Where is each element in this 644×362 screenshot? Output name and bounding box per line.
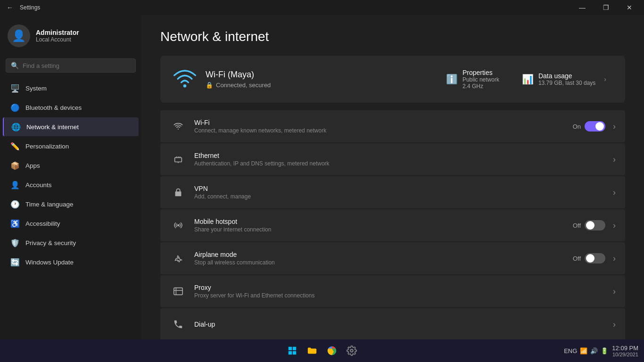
sidebar-item-bluetooth[interactable]: 🔵 Bluetooth & devices — [3, 98, 139, 117]
search-input[interactable] — [23, 62, 131, 69]
personalization-nav-label: Personalization — [25, 143, 69, 150]
sidebar-item-accessibility[interactable]: ♿ Accessibility — [3, 214, 139, 233]
airplane-toggle[interactable] — [585, 253, 605, 263]
data-usage-icon: 📊 — [522, 74, 534, 85]
wifi-toggle-label: On — [573, 123, 581, 130]
airplane-row-text: Airplane mode Stop all wireless communic… — [194, 251, 565, 266]
sidebar-item-personalization[interactable]: ✏️ Personalization — [3, 137, 139, 156]
system-nav-label: System — [25, 85, 47, 92]
user-profile[interactable]: 👤 Administrator Local Account — [0, 15, 141, 57]
sidebar-item-accounts[interactable]: 👤 Accounts — [3, 175, 139, 194]
sidebar-item-time[interactable]: 🕐 Time & language — [3, 195, 139, 214]
wifi-toggle[interactable] — [585, 121, 605, 132]
privacy-nav-icon: 🛡️ — [10, 238, 20, 247]
network-nav-label: Network & internet — [26, 123, 79, 131]
settings-row-wifi[interactable]: Wi-Fi Connect, manage known networks, me… — [160, 110, 625, 142]
data-usage-section[interactable]: 📊 Data usage 13.79 GB, last 30 days › — [514, 68, 614, 90]
network-nav-icon: 🌐 — [11, 122, 21, 132]
wifi-large-icon — [172, 68, 198, 90]
taskbar: ENG 📶 🔊 🔋 12:09 PM 10/29/2021 — [0, 339, 644, 362]
accessibility-nav-label: Accessibility — [25, 220, 60, 227]
user-role: Local Account — [36, 36, 79, 43]
data-usage-info: Data usage 13.79 GB, last 30 days — [538, 72, 595, 86]
svg-rect-5 — [289, 347, 292, 350]
proxy-row-title: Proxy — [194, 284, 602, 291]
hotspot-row-title: Mobile hotspot — [194, 218, 565, 225]
properties-label: Properties — [462, 69, 499, 76]
privacy-nav-label: Privacy & security — [25, 239, 76, 247]
system-nav-icon: 🖥️ — [10, 83, 20, 93]
settings-row-hotspot[interactable]: Mobile hotspot Share your internet conne… — [160, 209, 625, 241]
search-box[interactable]: 🔍 — [6, 58, 136, 73]
ethernet-chevron: › — [613, 155, 616, 165]
titlebar-left: ← Settings — [4, 4, 40, 11]
wifi-row-text: Wi-Fi Connect, manage known networks, me… — [194, 119, 565, 134]
close-button[interactable]: ✕ — [619, 0, 640, 15]
ethernet-row-text: Ethernet Authentication, IP and DNS sett… — [194, 152, 602, 167]
svg-rect-4 — [174, 288, 182, 295]
airplane-row-action: Off › — [573, 253, 616, 263]
titlebar-controls: — ❐ ✕ — [571, 0, 640, 15]
vpn-row-icon — [170, 184, 187, 201]
time-display: 12:09 PM — [612, 345, 638, 352]
wifi-taskbar-icon[interactable]: 📶 — [580, 347, 587, 354]
sidebar-item-update[interactable]: 🔄 Windows Update — [3, 253, 139, 272]
ethernet-row-title: Ethernet — [194, 152, 602, 159]
maximize-button[interactable]: ❐ — [595, 0, 617, 15]
svg-point-11 — [350, 349, 353, 352]
hotspot-toggle-label: Off — [573, 222, 581, 229]
vpn-row-subtitle: Add, connect, manage — [194, 193, 602, 200]
airplane-row-title: Airplane mode — [194, 251, 565, 258]
svg-rect-2 — [175, 157, 182, 162]
airplane-row-subtitle: Stop all wireless communication — [194, 259, 565, 266]
user-name: Administrator — [36, 29, 79, 36]
sidebar-item-network[interactable]: 🌐 Network & internet — [3, 117, 139, 136]
lang-indicator[interactable]: ENG — [564, 347, 577, 354]
airplane-toggle-label: Off — [573, 255, 581, 262]
airplane-row-icon — [170, 250, 187, 267]
sidebar-item-apps[interactable]: 📦 Apps — [3, 156, 139, 175]
svg-rect-7 — [289, 351, 292, 354]
minimize-button[interactable]: — — [571, 0, 593, 15]
taskbar-start[interactable] — [284, 342, 301, 359]
dialup-row-title: Dial-up — [194, 321, 602, 328]
settings-row-proxy[interactable]: Proxy Proxy server for Wi-Fi and Etherne… — [160, 275, 625, 307]
hotspot-toggle[interactable] — [585, 220, 605, 230]
wifi-chevron: › — [613, 122, 616, 132]
svg-point-1 — [178, 129, 179, 130]
ethernet-row-icon — [170, 151, 187, 168]
update-nav-icon: 🔄 — [10, 257, 20, 267]
settings-row-airplane[interactable]: Airplane mode Stop all wireless communic… — [160, 242, 625, 274]
nav-list: 🖥️ System 🔵 Bluetooth & devices 🌐 Networ… — [0, 78, 141, 272]
back-button[interactable]: ← — [4, 4, 16, 11]
dialup-row-icon — [170, 316, 187, 333]
apps-nav-label: Apps — [25, 162, 40, 169]
apps-nav-icon: 📦 — [10, 161, 20, 170]
sidebar-item-system[interactable]: 🖥️ System — [3, 79, 139, 98]
avatar: 👤 — [8, 25, 30, 47]
svg-point-0 — [183, 84, 187, 88]
proxy-row-action: › — [609, 287, 616, 296]
taskbar-settings2[interactable] — [343, 342, 360, 359]
settings-row-vpn[interactable]: VPN Add, connect, manage › — [160, 176, 625, 208]
data-usage-chevron: › — [604, 75, 606, 83]
proxy-row-subtitle: Proxy server for Wi-Fi and Ethernet conn… — [194, 292, 602, 299]
page-title: Network & internet — [160, 29, 625, 44]
update-nav-label: Windows Update — [25, 259, 74, 266]
user-info: Administrator Local Account — [36, 29, 79, 43]
taskbar-explorer[interactable] — [304, 342, 321, 359]
sound-icon[interactable]: 🔊 — [590, 347, 598, 354]
main-content: Network & internet Wi-Fi (Maya) 🔒 Connec… — [141, 15, 644, 339]
settings-row-ethernet[interactable]: Ethernet Authentication, IP and DNS sett… — [160, 143, 625, 175]
taskbar-time[interactable]: 12:09 PM 10/29/2021 — [612, 345, 638, 357]
proxy-row-text: Proxy Proxy server for Wi-Fi and Etherne… — [194, 284, 602, 299]
sidebar-item-privacy[interactable]: 🛡️ Privacy & security — [3, 233, 139, 252]
wifi-row-icon — [170, 118, 187, 135]
settings-row-dialup[interactable]: Dial-up › — [160, 308, 625, 339]
wifi-row-subtitle: Connect, manage known networks, metered … — [194, 127, 565, 134]
wifi-hero-card[interactable]: Wi-Fi (Maya) 🔒 Connected, secured ℹ️ Pro… — [160, 56, 625, 103]
taskbar-chrome[interactable] — [323, 342, 340, 359]
battery-icon[interactable]: 🔋 — [601, 347, 608, 354]
airplane-chevron: › — [613, 254, 616, 263]
properties-section[interactable]: ℹ️ Properties Public network 2.4 GHz — [438, 65, 507, 93]
